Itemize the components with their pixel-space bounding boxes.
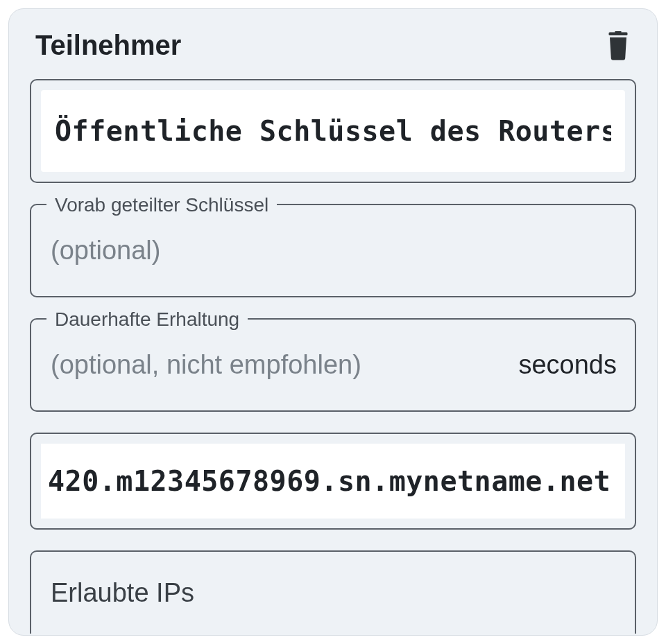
peer-card: Teilnehmer Vorab geteilter Schlüssel Dau… [8, 8, 658, 636]
trash-icon[interactable] [606, 31, 631, 60]
keepalive-suffix: seconds [518, 350, 617, 380]
keepalive-label: Dauerhafte Erhaltung [46, 308, 248, 331]
public-key-inner [41, 90, 625, 172]
card-header: Teilnehmer [30, 30, 636, 61]
keepalive-input[interactable] [49, 349, 504, 381]
preshared-key-field[interactable]: Vorab geteilter Schlüssel [30, 204, 636, 297]
allowed-ips-input[interactable] [49, 577, 617, 609]
public-key-input[interactable] [53, 114, 613, 148]
keepalive-field[interactable]: Dauerhafte Erhaltung seconds [30, 318, 636, 412]
endpoint-input[interactable] [46, 464, 620, 498]
svg-rect-1 [615, 31, 622, 33]
public-key-field[interactable] [30, 79, 636, 183]
card-title: Teilnehmer [35, 30, 181, 61]
endpoint-field[interactable] [30, 433, 636, 530]
preshared-key-input[interactable] [49, 235, 617, 266]
allowed-ips-field[interactable] [30, 550, 636, 634]
endpoint-inner [41, 444, 625, 519]
preshared-key-label: Vorab geteilter Schlüssel [46, 194, 277, 216]
